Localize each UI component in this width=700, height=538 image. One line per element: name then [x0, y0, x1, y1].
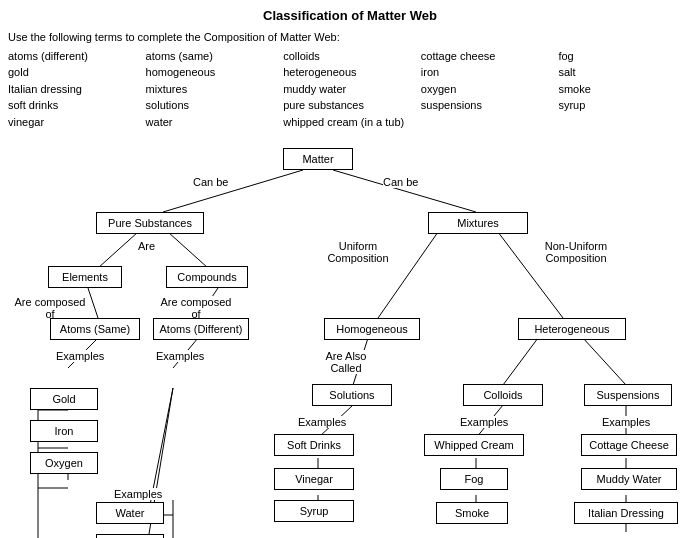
fog-node: Fog: [440, 468, 508, 490]
whipped-cream-node: Whipped Cream: [424, 434, 524, 456]
matter-node: Matter: [283, 148, 353, 170]
smoke-node: Smoke: [436, 502, 508, 524]
are-composed-of-left: Are composed of: [10, 296, 90, 320]
svg-line-2: [98, 232, 138, 268]
salt-node: Salt: [96, 534, 164, 538]
syrup-node: Syrup: [274, 500, 354, 522]
atoms-different-node: Atoms (Different): [153, 318, 249, 340]
non-uniform-composition-label: Non-Uniform Composition: [536, 240, 616, 264]
examples-colloids-label: Examples: [460, 416, 508, 428]
soft-drinks-node: Soft Drinks: [274, 434, 354, 456]
homogeneous-node: Homogeneous: [324, 318, 420, 340]
can-be-right-label: Can be: [383, 176, 418, 188]
water-node: Water: [96, 502, 164, 524]
muddy-water-node: Muddy Water: [581, 468, 677, 490]
instructions: Use the following terms to complete the …: [8, 29, 692, 130]
mixtures-node: Mixtures: [428, 212, 528, 234]
are-also-called-label: Are Also Called: [316, 350, 376, 374]
examples-water-salt: Examples: [114, 488, 162, 500]
heterogeneous-node: Heterogeneous: [518, 318, 626, 340]
examples-solutions-label: Examples: [298, 416, 346, 428]
uniform-composition-label: Uniform Composition: [323, 240, 393, 264]
iron-node: Iron: [30, 420, 98, 442]
diagram: Matter Can be Can be Pure Substances Mix…: [8, 140, 692, 538]
svg-line-24: [503, 338, 538, 385]
solutions-node: Solutions: [312, 384, 392, 406]
atoms-same-node: Atoms (Same): [50, 318, 140, 340]
are-composed-of-right: Are composed of: [156, 296, 236, 320]
colloids-node: Colloids: [463, 384, 543, 406]
can-be-left-label: Can be: [193, 176, 228, 188]
vinegar-node: Vinegar: [274, 468, 354, 490]
suspensions-node: Suspensions: [584, 384, 672, 406]
svg-line-3: [168, 232, 208, 268]
svg-line-0: [163, 170, 303, 212]
page-title: Classification of Matter Web: [8, 8, 692, 23]
cottage-cheese-node: Cottage Cheese: [581, 434, 677, 456]
examples-suspensions-label: Examples: [602, 416, 650, 428]
elements-node: Elements: [48, 266, 122, 288]
svg-line-25: [583, 338, 626, 385]
compounds-node: Compounds: [166, 266, 248, 288]
examples-atoms-diff: Examples: [156, 350, 204, 362]
oxygen-node: Oxygen: [30, 452, 98, 474]
italian-dressing-node: Italian Dressing: [574, 502, 678, 524]
are-label: Are: [138, 240, 155, 252]
gold-node: Gold: [30, 388, 98, 410]
pure-substances-node: Pure Substances: [96, 212, 204, 234]
examples-atoms-same: Examples: [56, 350, 104, 362]
